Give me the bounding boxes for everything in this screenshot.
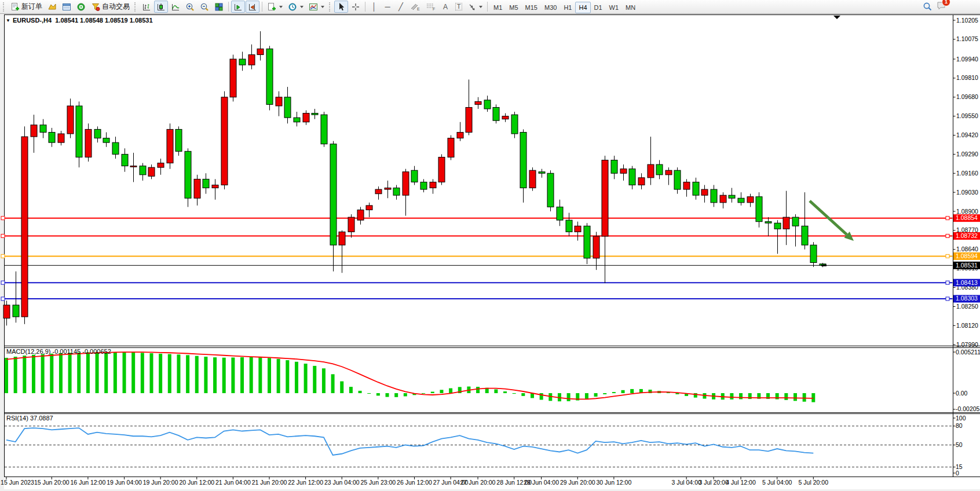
- text-label-tool[interactable]: T: [452, 1, 465, 13]
- macd-histogram-bar: [14, 357, 17, 393]
- chart-ohlc-values: 1.08541 1.08548 1.08519 1.08531: [55, 17, 152, 24]
- line-handle[interactable]: [1, 297, 5, 301]
- line-handle[interactable]: [946, 254, 949, 258]
- price-axis-label: 1.08640: [956, 246, 978, 252]
- time-axis-label: 15 Jun 20:00: [34, 479, 70, 486]
- candle-body-bull: [194, 179, 200, 198]
- timeframe-group: M1M5M15M30H1H4D1W1MN: [490, 2, 639, 12]
- search-icon[interactable]: [923, 2, 933, 12]
- timeframe-button-M1[interactable]: M1: [490, 2, 506, 13]
- templates-button[interactable]: [306, 1, 327, 13]
- line-handle[interactable]: [1, 254, 5, 258]
- timeframe-button-H1[interactable]: H1: [560, 2, 575, 13]
- candle-body-bull: [466, 107, 472, 132]
- timeframe-button-M30[interactable]: M30: [541, 2, 560, 13]
- line-handle[interactable]: [946, 297, 949, 301]
- dropdown-caret-icon: [321, 6, 324, 8]
- candle-body-bull: [375, 189, 382, 194]
- candle-body-bull: [747, 197, 754, 203]
- time-axis-label: 15 Jun 2023: [1, 479, 34, 486]
- timeframe-button-H4[interactable]: H4: [575, 2, 590, 13]
- macd-histogram-bar: [86, 352, 90, 393]
- price-axis-label: 1.10205: [956, 17, 978, 24]
- cursor-button[interactable]: [334, 1, 348, 13]
- svg-text:E: E: [417, 7, 420, 11]
- candle-body-bear: [76, 106, 82, 157]
- bar-chart-button[interactable]: [140, 1, 153, 13]
- tile-windows-button[interactable]: [212, 1, 226, 13]
- notifications-button[interactable]: 1: [936, 1, 946, 13]
- candle-body-bull: [221, 97, 228, 185]
- toolbar: 新订单 自动交易: [0, 0, 980, 14]
- timeframe-button-M5[interactable]: M5: [506, 2, 521, 13]
- candle-body-bear: [185, 151, 191, 198]
- macd-histogram-bar: [331, 374, 335, 393]
- macd-histogram-bar: [195, 356, 199, 393]
- line-handle[interactable]: [946, 217, 949, 220]
- bar-chart-icon: [142, 2, 151, 12]
- macd-histogram-bar: [630, 389, 634, 393]
- auto-scroll-button[interactable]: [231, 1, 245, 13]
- candle-body-bear: [792, 217, 799, 226]
- price-axis-label: 1.08250: [956, 303, 978, 310]
- macd-histogram-bar: [513, 393, 516, 394]
- candle-body-bull: [58, 134, 64, 142]
- candle-body-bear: [539, 172, 545, 174]
- trendline-tool[interactable]: ╱: [394, 1, 407, 13]
- chart-shift-button[interactable]: [246, 1, 259, 13]
- zoom-in-button[interactable]: [183, 1, 197, 13]
- time-axis-label: 21 Jun 04:00: [215, 479, 251, 486]
- macd-axis-label: 0.00: [956, 390, 968, 397]
- time-axis-label: 19 Jun 04:00: [107, 479, 142, 486]
- dropdown-caret-icon: [279, 6, 283, 8]
- time-axis-label: 5 Jul 04:00: [762, 479, 792, 486]
- text-tool[interactable]: A: [439, 1, 452, 13]
- line-chart-button[interactable]: [169, 1, 182, 13]
- fibonacci-tool[interactable]: F: [423, 1, 438, 13]
- new-order-button[interactable]: 新订单: [8, 1, 45, 13]
- data-window-button[interactable]: [60, 1, 74, 13]
- timeframe-button-M15[interactable]: M15: [522, 2, 541, 13]
- arrows-tool[interactable]: [466, 1, 485, 13]
- periods-button[interactable]: [286, 1, 306, 13]
- price-axis-label: 1.09810: [956, 74, 978, 81]
- rsi-axis-label: 0: [956, 470, 959, 477]
- candle-body-bull: [403, 172, 409, 195]
- timeframe-button-W1[interactable]: W1: [606, 2, 623, 13]
- candle-body-bear: [566, 220, 572, 232]
- navigator-button[interactable]: [74, 1, 88, 13]
- line-handle[interactable]: [1, 217, 5, 220]
- line-handle[interactable]: [1, 234, 5, 238]
- autotrading-label: 自动交易: [102, 2, 130, 12]
- chart-collapse-icon[interactable]: ▼: [6, 18, 10, 23]
- macd-axis-label: 0.005211: [956, 349, 980, 356]
- macd-histogram-bar: [268, 358, 271, 393]
- line-handle[interactable]: [946, 281, 949, 284]
- line-handle[interactable]: [1, 281, 5, 284]
- timeframe-button-MN[interactable]: MN: [622, 2, 639, 13]
- candlestick-chart-button[interactable]: [154, 1, 168, 13]
- candle-body-bear: [557, 207, 563, 220]
- macd-histogram-bar: [675, 393, 679, 394]
- autotrading-button[interactable]: 自动交易: [89, 1, 132, 13]
- crosshair-button[interactable]: [349, 1, 363, 13]
- time-axis-label: 30 Jun 12:00: [597, 479, 632, 486]
- quotes-button[interactable]: [45, 1, 59, 13]
- chart-canvas[interactable]: 1.102051.100751.099401.098101.096801.095…: [0, 0, 980, 491]
- equidistant-channel-tool[interactable]: E: [408, 1, 423, 13]
- macd-histogram-bar: [41, 354, 45, 393]
- new-chart-button[interactable]: [265, 1, 285, 13]
- navigator-icon: [76, 2, 86, 12]
- zoom-out-button[interactable]: [198, 1, 211, 13]
- line-handle[interactable]: [946, 234, 949, 238]
- price-axis-label: 1.10075: [956, 35, 978, 42]
- macd-histogram-bar: [793, 393, 797, 401]
- candle-body-bear: [266, 49, 273, 104]
- horizontal-line-tool[interactable]: ─: [381, 1, 394, 13]
- timeframe-button-D1[interactable]: D1: [591, 2, 606, 13]
- vertical-line-tool[interactable]: │: [368, 1, 381, 13]
- macd-histogram-bar: [59, 353, 63, 393]
- rsi-axis-label: 80: [956, 422, 963, 429]
- candle-body-bear: [547, 173, 554, 207]
- candle-body-bear: [693, 182, 699, 195]
